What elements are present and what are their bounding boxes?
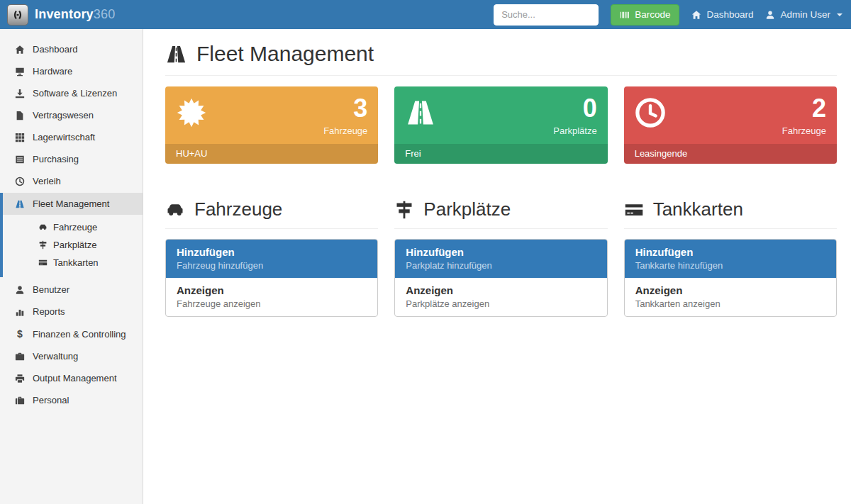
panel-group-parkplaetze: Hinzufügen Parkplatz hinzufügen Anzeigen… xyxy=(394,239,607,317)
brand-name: Inventory360 xyxy=(35,7,115,22)
add-parkplatz-panel[interactable]: Hinzufügen Parkplatz hinzufügen xyxy=(395,240,606,278)
printer-icon xyxy=(15,374,25,383)
sidebar: Dashboard Hardware Software & Lizenzen V… xyxy=(0,29,143,504)
sidebar-item-vertragswesen[interactable]: Vertragswesen xyxy=(0,104,143,126)
sidebar-item-label: Benutzer xyxy=(33,284,69,295)
sidebar-item-label: Finanzen & Controlling xyxy=(33,329,126,340)
signpost-icon xyxy=(394,200,414,220)
user-menu[interactable]: Admin User xyxy=(765,9,842,20)
brand-suffix: 360 xyxy=(94,7,116,21)
credit-card-icon xyxy=(38,258,48,267)
panel-group-fahrzeuge: Hinzufügen Fahrzeug hinzufügen Anzeigen … xyxy=(165,239,378,317)
stat-footer: HU+AU xyxy=(165,144,378,164)
sidebar-item-output-management[interactable]: Output Management xyxy=(0,367,143,389)
stat-card-leasingende[interactable]: 2 Fahrzeuge Leasingende xyxy=(624,86,837,164)
sidebar-item-software-lizenzen[interactable]: Software & Lizenzen xyxy=(0,82,143,104)
clock-icon xyxy=(635,97,666,128)
sidebar-subitem-fahrzeuge[interactable]: Fahrzeuge xyxy=(3,218,143,236)
stat-card-frei[interactable]: 0 Parkplätze Frei xyxy=(394,86,607,164)
section-tankkarten: Tankkarten Hinzufügen Tankkarte hinzufüg… xyxy=(624,198,837,317)
barcode-icon xyxy=(620,10,630,20)
sidebar-active-group: Fleet Management Fahrzeuge Parkplätze Ta… xyxy=(0,193,143,277)
section-fahrzeuge: Fahrzeuge Hinzufügen Fahrzeug hinzufügen… xyxy=(165,198,378,317)
sidebar-item-label: Fleet Management xyxy=(33,198,109,209)
sidebar-item-label: Personal xyxy=(33,395,69,405)
briefcase-icon xyxy=(15,352,25,362)
stat-card-hu-au[interactable]: 3 Fahrzeuge HU+AU xyxy=(165,86,378,164)
sidebar-item-label: Output Management xyxy=(33,373,117,383)
sidebar-item-reports[interactable]: Reports xyxy=(0,301,143,323)
barcode-label: Barcode xyxy=(635,9,670,20)
sidebar-item-label: Software & Lizenzen xyxy=(33,88,117,99)
sidebar-item-label: Lagerwirtschaft xyxy=(33,132,95,142)
add-tankkarte-panel[interactable]: Hinzufügen Tankkarte hinzufügen xyxy=(625,240,836,278)
sidebar-item-hardware[interactable]: Hardware xyxy=(0,60,143,82)
car-icon xyxy=(38,223,48,232)
dollar-icon: $ xyxy=(15,328,25,340)
sidebar-item-benutzer[interactable]: Benutzer xyxy=(0,279,143,301)
road-icon xyxy=(15,199,25,209)
sidebar-item-dashboard[interactable]: Dashboard xyxy=(0,38,143,60)
add-fahrzeug-panel[interactable]: Hinzufügen Fahrzeug hinzufügen xyxy=(166,240,377,278)
sidebar-item-label: Vertragswesen xyxy=(33,110,94,121)
sidebar-item-label: Verleih xyxy=(33,176,61,186)
view-tankkarten-panel[interactable]: Anzeigen Tankkarten anzeigen xyxy=(625,278,836,316)
road-icon xyxy=(405,97,436,128)
sidebar-item-verleih[interactable]: Verleih xyxy=(0,170,143,192)
sidebar-subitem-tankkarten[interactable]: Tankkarten xyxy=(3,254,143,271)
file-icon xyxy=(15,111,25,121)
stat-footer: Leasingende xyxy=(624,144,837,164)
sidebar-subitem-label: Tankkarten xyxy=(53,257,99,268)
car-icon xyxy=(165,200,185,220)
certificate-icon xyxy=(176,97,207,128)
signpost-icon xyxy=(38,240,48,250)
app-logo-icon xyxy=(7,4,28,26)
view-parkplaetze-panel[interactable]: Anzeigen Parkplätze anzeigen xyxy=(395,278,606,316)
suitcase-icon xyxy=(15,396,25,405)
home-icon xyxy=(15,45,25,55)
sidebar-item-finanzen-controlling[interactable]: $ Finanzen & Controlling xyxy=(0,323,143,345)
stat-footer: Frei xyxy=(394,144,607,164)
sidebar-subitem-parkplaetze[interactable]: Parkplätze xyxy=(3,236,143,254)
sidebar-item-purchasing[interactable]: Purchasing xyxy=(0,148,143,170)
brand[interactable]: Inventory360 xyxy=(6,4,115,26)
barcode-button[interactable]: Barcode xyxy=(611,4,679,26)
section-parkplaetze: Parkplätze Hinzufügen Parkplatz hinzufüg… xyxy=(394,198,607,317)
user-menu-label: Admin User xyxy=(780,9,830,20)
bar-chart-icon xyxy=(15,307,25,317)
sidebar-item-personal[interactable]: Personal xyxy=(0,389,143,411)
sidebar-item-label: Verwaltung xyxy=(33,351,78,362)
home-icon xyxy=(691,10,701,20)
credit-card-icon xyxy=(624,200,644,220)
sidebar-item-fleet-management[interactable]: Fleet Management xyxy=(3,193,143,215)
search-input[interactable] xyxy=(494,4,599,26)
sections-row: Fahrzeuge Hinzufügen Fahrzeug hinzufügen… xyxy=(165,198,837,317)
stat-value: 0 xyxy=(553,96,596,121)
view-fahrzeuge-panel[interactable]: Anzeigen Fahrzeuge anzeigen xyxy=(166,278,377,316)
stat-value: 2 xyxy=(782,96,826,121)
panel-group-tankkarten: Hinzufügen Tankkarte hinzufügen Anzeigen… xyxy=(624,239,837,317)
sidebar-item-lagerwirtschaft[interactable]: Lagerwirtschaft xyxy=(0,126,143,148)
user-icon xyxy=(15,285,25,295)
sidebar-item-verwaltung[interactable]: Verwaltung xyxy=(0,345,143,367)
sidebar-submenu: Fahrzeuge Parkplätze Tankkarten xyxy=(3,215,143,277)
stats-row: 3 Fahrzeuge HU+AU 0 Parkplätze Frei 2 xyxy=(165,86,837,164)
page-title: Fleet Management xyxy=(165,40,837,76)
top-navbar: Inventory360 Barcode Dashboard Admin Use… xyxy=(0,0,851,29)
nav-dashboard-label: Dashboard xyxy=(706,9,753,20)
sidebar-item-label: Purchasing xyxy=(33,154,79,164)
nav-dashboard-link[interactable]: Dashboard xyxy=(691,9,753,20)
section-title-fahrzeuge: Fahrzeuge xyxy=(165,198,378,229)
stat-value: 3 xyxy=(323,96,367,121)
road-icon xyxy=(165,43,187,65)
user-icon xyxy=(765,10,775,20)
desktop-icon xyxy=(15,67,25,77)
stat-unit: Fahrzeuge xyxy=(323,125,367,136)
grid-icon xyxy=(15,133,25,142)
sidebar-subitem-label: Fahrzeuge xyxy=(53,222,97,233)
stat-unit: Fahrzeuge xyxy=(782,125,826,136)
sidebar-item-label: Dashboard xyxy=(33,44,78,55)
main-content: Fleet Management 3 Fahrzeuge HU+AU 0 Par… xyxy=(143,29,851,331)
section-title-parkplaetze: Parkplätze xyxy=(394,198,607,229)
clock-icon xyxy=(15,177,25,186)
